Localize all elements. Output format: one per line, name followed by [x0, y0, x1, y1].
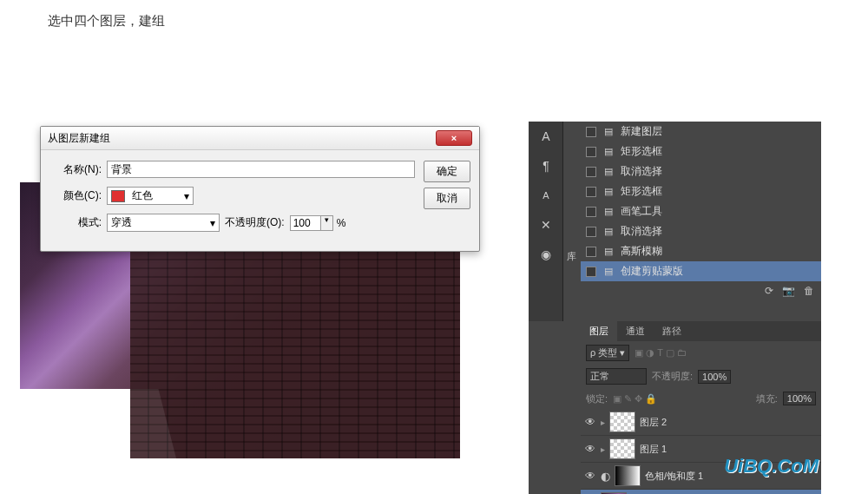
history-panel: ▤新建图层▤矩形选框▤取消选择▤矩形选框▤画笔工具▤取消选择▤高斯模糊▤创建剪贴… [581, 122, 821, 300]
blend-mode-select[interactable]: 正常 [586, 368, 647, 385]
tab-paths[interactable]: 路径 [654, 321, 690, 341]
layer-list: 👁▸图层 2👁▸图层 1👁◐色相/饱和度 1👁背景素材👁背景 [581, 409, 821, 494]
history-step-icon: ▤ [602, 206, 615, 218]
history-checkbox[interactable] [586, 267, 596, 277]
dialog-title-text: 从图层新建组 [48, 131, 110, 146]
ok-button[interactable]: 确定 [424, 161, 470, 182]
workspace: 从图层新建组 × 名称(N): 颜色(C): 红色 ▾ 模式: [20, 61, 845, 486]
history-checkbox[interactable] [586, 247, 596, 257]
history-item[interactable]: ▤矩形选框 [581, 142, 821, 161]
layer-row[interactable]: 👁背景素材 [581, 490, 821, 494]
paragraph-tool-icon[interactable]: ¶ [529, 151, 563, 181]
opacity-dropdown-icon[interactable]: ▾ [320, 216, 332, 230]
history-step-icon: ▤ [602, 266, 615, 278]
layer-name: 图层 2 [640, 416, 667, 429]
history-label: 创建剪贴蒙版 [621, 264, 683, 279]
trash-icon[interactable]: 🗑 [804, 285, 814, 297]
history-checkbox[interactable] [586, 167, 596, 177]
lock-label: 锁定: [586, 392, 608, 405]
history-item[interactable]: ▤取消选择 [581, 161, 821, 181]
history-item[interactable]: ▤取消选择 [581, 221, 821, 241]
layer-opacity-value[interactable]: 100% [698, 370, 731, 384]
history-step-icon: ▤ [602, 126, 615, 138]
tab-channels[interactable]: 通道 [617, 321, 654, 341]
name-label: 名称(N): [49, 162, 102, 177]
history-label: 画笔工具 [621, 204, 662, 219]
tab-layers[interactable]: 图层 [581, 321, 617, 341]
layer-opacity-label: 不透明度: [652, 370, 693, 383]
cancel-button[interactable]: 取消 [424, 188, 470, 209]
color-select[interactable]: 红色 ▾ [107, 187, 194, 205]
history-item[interactable]: ▤矩形选框 [581, 181, 821, 201]
char-style-tool-icon[interactable]: A [529, 181, 563, 210]
history-label: 取消选择 [621, 164, 662, 179]
history-item[interactable]: ▤新建图层 [581, 122, 821, 142]
history-label: 高斯模糊 [621, 244, 662, 259]
opacity-field[interactable] [291, 216, 320, 230]
history-checkbox[interactable] [586, 127, 596, 137]
watermark: UiBQ.CoM [724, 455, 819, 478]
history-checkbox[interactable] [586, 187, 596, 197]
history-label: 矩形选框 [621, 144, 662, 159]
history-checkbox[interactable] [586, 227, 596, 237]
layer-kind-select[interactable]: ρ 类型 ▾ [586, 345, 629, 361]
color-value: 红色 [132, 188, 153, 203]
history-item[interactable]: ▤画笔工具 [581, 201, 821, 221]
history-label: 取消选择 [621, 224, 662, 239]
history-step-icon: ▤ [602, 246, 615, 258]
page-caption: 选中四个图层，建组 [0, 0, 868, 43]
layer-thumb [609, 438, 635, 459]
history-checkbox[interactable] [586, 207, 596, 217]
fill-value[interactable]: 100% [783, 392, 816, 405]
color-swatch-icon [111, 190, 125, 202]
layer-row[interactable]: 👁▸图层 2 [581, 409, 821, 436]
new-group-dialog: 从图层新建组 × 名称(N): 颜色(C): 红色 ▾ 模式: [40, 126, 480, 252]
lib-label: 库 [567, 250, 576, 263]
fill-label: 填充: [756, 392, 778, 405]
history-label: 新建图层 [621, 124, 662, 139]
layer-thumb [609, 412, 635, 432]
mask-thumb [615, 465, 641, 486]
visibility-icon[interactable]: 👁 [584, 443, 596, 455]
cc-lib-icon[interactable]: ◉ 库 [529, 240, 563, 269]
opacity-suffix: % [337, 217, 346, 229]
new-snapshot-icon[interactable]: ⟳ [765, 285, 773, 297]
history-item[interactable]: ▤高斯模糊 [581, 241, 821, 261]
panels: A ¶ A ✕ ◉ 库 ▤新建图层▤矩形选框▤取消选择▤矩形选框▤画笔工具▤取消… [529, 122, 821, 494]
opacity-label: 不透明度(O): [225, 215, 285, 230]
visibility-icon[interactable]: 👁 [584, 470, 596, 482]
visibility-icon[interactable]: 👁 [584, 416, 596, 428]
tools-icon[interactable]: ✕ [529, 210, 563, 240]
mode-label: 模式: [49, 215, 102, 230]
history-step-icon: ▤ [602, 146, 615, 158]
character-tool-icon[interactable]: A [529, 122, 563, 151]
history-step-icon: ▤ [602, 166, 615, 178]
layer-name: 色相/饱和度 1 [645, 470, 703, 483]
color-label: 颜色(C): [49, 188, 102, 203]
history-step-icon: ▤ [602, 226, 615, 238]
dialog-titlebar[interactable]: 从图层新建组 × [41, 127, 479, 150]
history-checkbox[interactable] [586, 147, 596, 157]
opacity-input[interactable]: ▾ [290, 215, 333, 231]
history-item[interactable]: ▤创建剪贴蒙版 [581, 261, 821, 281]
history-step-icon: ▤ [602, 186, 615, 198]
dialog-body: 名称(N): 颜色(C): 红色 ▾ 模式: 穿透 ▾ [41, 150, 479, 251]
camera-icon[interactable]: 📷 [782, 285, 795, 297]
close-button[interactable]: × [436, 130, 472, 146]
layer-name: 图层 1 [640, 443, 667, 456]
history-label: 矩形选框 [621, 184, 662, 199]
layers-tabs: 图层 通道 路径 [581, 321, 821, 341]
name-input[interactable] [107, 161, 415, 178]
mode-value: 穿透 [111, 215, 132, 230]
mode-select[interactable]: 穿透 ▾ [107, 214, 220, 232]
tool-column: A ¶ A ✕ ◉ 库 [529, 122, 563, 321]
